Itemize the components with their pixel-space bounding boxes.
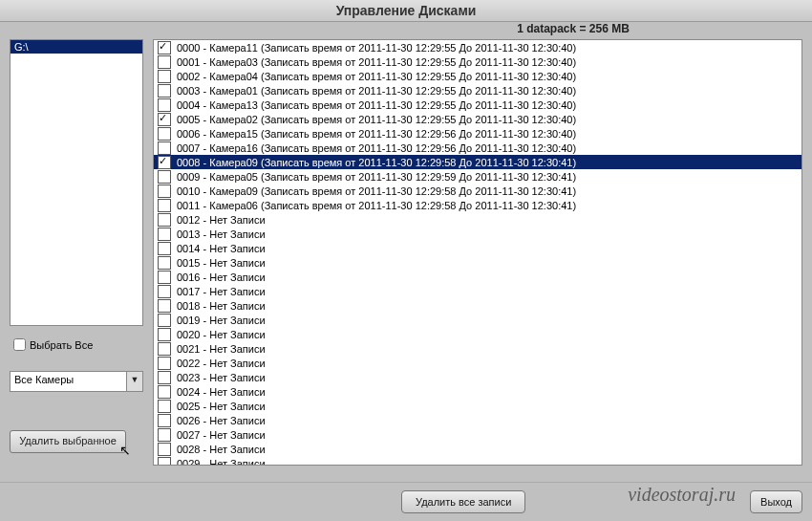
drive-item[interactable]: G:\ <box>11 40 142 54</box>
record-checkbox[interactable] <box>158 328 171 341</box>
record-checkbox[interactable] <box>158 256 171 270</box>
record-checkbox[interactable] <box>158 357 171 370</box>
watermark: videostoraj.ru <box>628 484 736 506</box>
record-row[interactable]: 0024 - Нет Записи <box>154 384 801 399</box>
record-row[interactable]: 0003 - Камера01 (Записать время от 2011-… <box>154 83 801 98</box>
cursor-icon: ↖ <box>119 441 131 460</box>
record-checkbox[interactable] <box>158 170 171 184</box>
record-row[interactable]: 0002 - Камера04 (Записать время от 2011-… <box>154 69 801 83</box>
record-label: 0028 - Нет Записи <box>177 444 266 455</box>
record-row[interactable]: 0025 - Нет Записи <box>154 399 801 413</box>
left-panel: G:\ Выбрать Все Все Камеры ▼ Удалить выб… <box>10 39 143 466</box>
record-checkbox[interactable] <box>158 299 171 313</box>
record-checkbox[interactable] <box>158 185 171 198</box>
record-row[interactable]: 0021 - Нет Записи <box>154 341 801 356</box>
record-checkbox[interactable] <box>158 385 171 399</box>
camera-filter-dropdown[interactable]: Все Камеры ▼ <box>10 371 143 392</box>
record-checkbox[interactable] <box>158 84 171 98</box>
record-label: 0003 - Камера01 (Записать время от 2011-… <box>177 85 576 97</box>
record-row[interactable]: 0013 - Нет Записи <box>154 227 801 241</box>
record-checkbox[interactable] <box>158 242 171 255</box>
select-all-input[interactable] <box>13 338 26 351</box>
record-checkbox[interactable] <box>158 314 171 327</box>
select-all-label: Выбрать Все <box>30 339 93 351</box>
camera-filter-value: Все Камеры <box>11 372 126 391</box>
record-checkbox[interactable] <box>158 70 171 83</box>
record-label: 0014 - Нет Записи <box>177 243 266 254</box>
record-checkbox[interactable] <box>158 141 171 155</box>
record-label: 0013 - Нет Записи <box>177 228 266 240</box>
record-label: 0019 - Нет Записи <box>177 315 266 326</box>
record-checkbox[interactable] <box>158 228 171 241</box>
record-label: 0001 - Камера03 (Записать время от 2011-… <box>177 56 576 68</box>
record-checkbox[interactable] <box>158 41 171 54</box>
record-checkbox[interactable] <box>158 113 171 126</box>
record-label: 0002 - Камера04 (Записать время от 2011-… <box>177 71 576 82</box>
record-label: 0021 - Нет Записи <box>177 343 266 355</box>
record-checkbox[interactable] <box>158 98 171 112</box>
record-row[interactable]: 0007 - Камера16 (Записать время от 2011-… <box>154 141 801 155</box>
record-row[interactable]: 0011 - Камера06 (Записать время от 2011-… <box>154 198 801 212</box>
record-checkbox[interactable] <box>158 457 171 467</box>
record-label: 0023 - Нет Записи <box>177 372 266 383</box>
record-row[interactable]: 0028 - Нет Записи <box>154 442 801 456</box>
record-label: 0012 - Нет Записи <box>177 214 266 226</box>
record-row[interactable]: 0010 - Камера09 (Записать время от 2011-… <box>154 184 801 198</box>
record-checkbox[interactable] <box>158 428 171 442</box>
record-row[interactable]: 0012 - Нет Записи <box>154 212 801 227</box>
record-label: 0005 - Камера02 (Записать время от 2011-… <box>177 114 576 125</box>
record-checkbox[interactable] <box>158 55 171 69</box>
record-row[interactable]: 0006 - Камера15 (Записать время от 2011-… <box>154 126 801 141</box>
record-row[interactable]: 0000 - Камера11 (Записать время от 2011-… <box>154 40 801 54</box>
record-label: 0006 - Камера15 (Записать время от 2011-… <box>177 128 576 140</box>
record-row[interactable]: 0023 - Нет Записи <box>154 370 801 384</box>
record-checkbox[interactable] <box>158 285 171 298</box>
footer: Удалить все записи videostoraj.ru Выход <box>0 482 812 521</box>
record-list[interactable]: 0000 - Камера11 (Записать время от 2011-… <box>153 39 802 466</box>
record-row[interactable]: 0008 - Камера09 (Записать время от 2011-… <box>154 155 801 169</box>
chevron-down-icon[interactable]: ▼ <box>126 372 142 391</box>
record-label: 0026 - Нет Записи <box>177 415 266 426</box>
record-row[interactable]: 0019 - Нет Записи <box>154 313 801 327</box>
record-checkbox[interactable] <box>158 213 171 227</box>
record-row[interactable]: 0005 - Камера02 (Записать время от 2011-… <box>154 112 801 126</box>
record-row[interactable]: 0020 - Нет Записи <box>154 327 801 341</box>
record-label: 0015 - Нет Записи <box>177 257 266 269</box>
record-checkbox[interactable] <box>158 156 171 169</box>
record-label: 0025 - Нет Записи <box>177 401 266 412</box>
record-checkbox[interactable] <box>158 443 171 456</box>
record-label: 0022 - Нет Записи <box>177 358 266 369</box>
record-checkbox[interactable] <box>158 414 171 427</box>
drive-list[interactable]: G:\ <box>10 39 143 326</box>
record-label: 0016 - Нет Записи <box>177 271 266 283</box>
disk-management-window: Управление Дисками 1 datapack = 256 MB G… <box>0 0 812 521</box>
record-checkbox[interactable] <box>158 271 171 284</box>
record-row[interactable]: 0014 - Нет Записи <box>154 241 801 255</box>
record-row[interactable]: 0026 - Нет Записи <box>154 413 801 427</box>
record-row[interactable]: 0022 - Нет Записи <box>154 356 801 370</box>
record-row[interactable]: 0015 - Нет Записи <box>154 255 801 270</box>
record-row[interactable]: 0018 - Нет Записи <box>154 298 801 313</box>
select-all-checkbox[interactable]: Выбрать Все <box>10 336 143 354</box>
datapack-info: 1 datapack = 256 MB <box>334 22 812 35</box>
delete-all-button[interactable]: Удалить все записи <box>401 490 525 513</box>
exit-button[interactable]: Выход <box>750 490 802 513</box>
record-row[interactable]: 0027 - Нет Записи <box>154 427 801 442</box>
record-checkbox[interactable] <box>158 400 171 413</box>
record-checkbox[interactable] <box>158 199 171 212</box>
record-checkbox[interactable] <box>158 371 171 384</box>
record-label: 0009 - Камера05 (Записать время от 2011-… <box>177 171 576 183</box>
record-checkbox[interactable] <box>158 127 171 141</box>
record-row[interactable]: 0001 - Камера03 (Записать время от 2011-… <box>154 54 801 69</box>
record-checkbox[interactable] <box>158 342 171 356</box>
record-label: 0000 - Камера11 (Записать время от 2011-… <box>177 42 576 54</box>
record-label: 0027 - Нет Записи <box>177 429 266 441</box>
record-label: 0011 - Камера06 (Записать время от 2011-… <box>177 200 576 211</box>
record-row[interactable]: 0017 - Нет Записи <box>154 284 801 298</box>
record-row[interactable]: 0029 - Нет Записи <box>154 456 801 466</box>
record-row[interactable]: 0016 - Нет Записи <box>154 270 801 284</box>
record-label: 0008 - Камера09 (Записать время от 2011-… <box>177 157 576 168</box>
record-row[interactable]: 0009 - Камера05 (Записать время от 2011-… <box>154 169 801 184</box>
record-row[interactable]: 0004 - Камера13 (Записать время от 2011-… <box>154 98 801 112</box>
delete-selected-button[interactable]: Удалить выбранное ↖ <box>10 430 126 453</box>
